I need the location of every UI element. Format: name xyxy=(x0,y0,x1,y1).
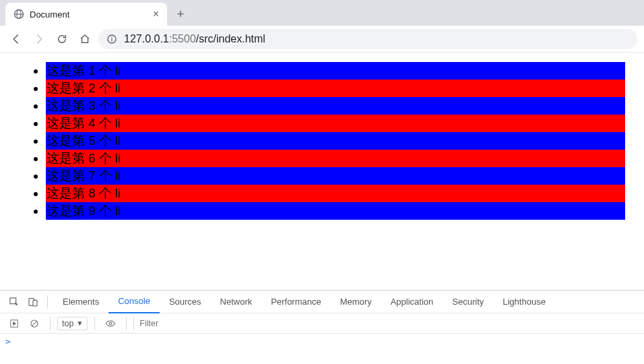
svg-point-4 xyxy=(111,36,112,38)
devtools-panel: ElementsConsoleSourcesNetworkPerformance… xyxy=(0,290,644,364)
devtools-tab-security[interactable]: Security xyxy=(443,291,493,313)
list-item: 这是第 6 个 li xyxy=(46,150,625,167)
devtools-tab-sources[interactable]: Sources xyxy=(160,291,211,313)
context-selector[interactable]: top ▼ xyxy=(57,317,88,330)
console-toolbar: top ▼ xyxy=(0,313,644,334)
device-toolbar-icon[interactable] xyxy=(24,293,42,311)
toolbar: 127.0.0.1:5500/src/index.html xyxy=(0,26,644,53)
devtools-tabbar: ElementsConsoleSourcesNetworkPerformance… xyxy=(0,291,644,313)
list-item: 这是第 1 个 li xyxy=(46,62,625,80)
list-item: 这是第 2 个 li xyxy=(46,80,625,97)
eye-icon[interactable] xyxy=(102,315,119,332)
run-icon[interactable] xyxy=(5,315,23,332)
console-filter-input[interactable] xyxy=(133,317,639,330)
devtools-tab-memory[interactable]: Memory xyxy=(331,291,381,313)
devtools-tab-performance[interactable]: Performance xyxy=(261,291,330,313)
console-output[interactable]: > xyxy=(0,334,644,364)
svg-point-12 xyxy=(110,322,112,324)
home-button[interactable] xyxy=(75,30,94,49)
inspect-element-icon[interactable] xyxy=(5,293,23,311)
list-item: 这是第 5 个 li xyxy=(46,132,625,150)
list-item: 这是第 3 个 li xyxy=(46,97,625,115)
globe-icon xyxy=(13,9,24,20)
tab-strip: Document × + xyxy=(0,0,644,26)
list-item: 这是第 7 个 li xyxy=(46,167,625,185)
svg-line-11 xyxy=(32,321,37,326)
list-item: 这是第 4 个 li xyxy=(46,115,625,132)
devtools-tab-lighthouse[interactable]: Lighthouse xyxy=(493,291,555,313)
prompt-caret-icon: > xyxy=(5,336,11,346)
back-button[interactable] xyxy=(7,30,26,49)
site-info-icon[interactable] xyxy=(106,34,117,44)
tab-title: Document xyxy=(30,9,69,20)
devtools-tab-elements[interactable]: Elements xyxy=(53,291,108,313)
devtools-tab-console[interactable]: Console xyxy=(108,291,160,313)
page-content: 这是第 1 个 li这是第 2 个 li这是第 3 个 li这是第 4 个 li… xyxy=(0,53,644,220)
devtools-tab-application[interactable]: Application xyxy=(381,291,443,313)
close-tab-icon[interactable]: × xyxy=(153,9,159,20)
chevron-down-icon: ▼ xyxy=(76,320,83,327)
demo-list: 这是第 1 个 li这是第 2 个 li这是第 3 个 li这是第 4 个 li… xyxy=(19,62,625,220)
list-item: 这是第 8 个 li xyxy=(46,185,625,202)
devtools-tab-network[interactable]: Network xyxy=(211,291,262,313)
url-text: 127.0.0.1:5500/src/index.html xyxy=(124,33,265,45)
svg-rect-5 xyxy=(111,38,112,41)
browser-tab[interactable]: Document × xyxy=(5,3,167,26)
forward-button[interactable] xyxy=(30,30,49,49)
new-tab-button[interactable]: + xyxy=(171,5,190,24)
clear-console-icon[interactable] xyxy=(26,315,43,332)
address-bar[interactable]: 127.0.0.1:5500/src/index.html xyxy=(98,29,637,49)
reload-button[interactable] xyxy=(53,30,71,49)
svg-rect-8 xyxy=(33,300,37,306)
list-item: 这是第 9 个 li xyxy=(46,202,625,220)
